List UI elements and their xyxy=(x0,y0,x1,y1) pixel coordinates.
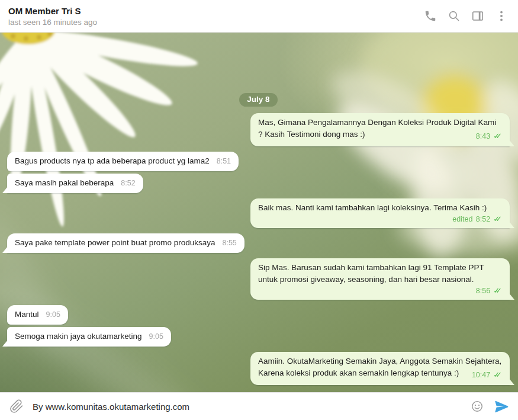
message-meta: 9:05 xyxy=(149,332,163,341)
message-meta: 8:55 xyxy=(222,239,236,247)
toggle-columns-button[interactable] xyxy=(471,9,485,23)
message-text: Saya masih pakai beberapa xyxy=(15,178,114,187)
search-button[interactable] xyxy=(447,9,461,23)
message-text: Baik mas. Nanti kami tambahkan lagi kole… xyxy=(258,203,487,212)
message-meta: 8:52 xyxy=(121,179,135,187)
incoming-message[interactable]: Semoga makin jaya okutamarketing9:05 xyxy=(7,327,171,347)
send-icon xyxy=(494,399,510,415)
message-meta: 8:51 xyxy=(217,157,231,165)
phone-call-button[interactable] xyxy=(423,9,437,23)
message-row: Saya pake template power point buat prom… xyxy=(7,233,510,253)
date-row: July 8 xyxy=(7,93,510,107)
message-row: Aamiin. OkutaMarketing Semakin Jaya, Ang… xyxy=(7,352,510,385)
outgoing-message[interactable]: Sip Mas. Barusan sudah kami tambahkan la… xyxy=(250,258,510,300)
phone-icon xyxy=(424,9,437,23)
paperclip-icon xyxy=(9,399,24,413)
message-text: Semoga makin jaya okutamarketing xyxy=(15,332,142,341)
message-text: Aamiin. OkutaMarketing Semakin Jaya, Ang… xyxy=(258,357,501,377)
message-row: Saya masih pakai beberapa8:52 xyxy=(7,174,510,193)
message-composer xyxy=(0,392,518,420)
message-meta: 10:47✓✓ xyxy=(472,369,502,381)
read-checkmarks-icon: ✓✓ xyxy=(493,286,502,295)
search-icon xyxy=(448,9,461,23)
emoji-icon xyxy=(471,400,484,413)
message-time: 8:43 xyxy=(476,132,490,140)
message-text: Mas, Gimana Pengalamannya Dengan Koleksi… xyxy=(258,118,496,139)
incoming-message[interactable]: Saya pake template power point buat prom… xyxy=(7,233,244,253)
message-meta: 8:43✓✓ xyxy=(476,130,502,142)
message-text: Mantul xyxy=(15,310,39,319)
incoming-message[interactable]: Mantul9:05 xyxy=(7,305,68,325)
message-time: 9:05 xyxy=(46,310,60,319)
read-checkmarks-icon: ✓✓ xyxy=(493,214,502,223)
message-row: Baik mas. Nanti kami tambahkan lagi kole… xyxy=(7,198,510,228)
message-time: 8:55 xyxy=(222,239,236,247)
read-checkmarks-icon: ✓✓ xyxy=(493,132,502,140)
message-text: Sip Mas. Barusan sudah kami tambahkan la… xyxy=(258,263,484,284)
emoji-button[interactable] xyxy=(470,399,484,413)
message-time: 10:47 xyxy=(472,371,490,379)
outgoing-message[interactable]: Aamiin. OkutaMarketing Semakin Jaya, Ang… xyxy=(250,352,510,385)
message-input[interactable] xyxy=(33,402,461,412)
edited-label: edited xyxy=(452,215,472,223)
peer-last-seen: last seen 16 minutes ago xyxy=(8,17,423,27)
message-time: 9:05 xyxy=(149,332,163,341)
message-time: 8:51 xyxy=(217,157,231,165)
peer-title: OM Member Tri S xyxy=(8,5,423,17)
message-time: 8:52 xyxy=(476,215,490,223)
incoming-message[interactable]: Saya masih pakai beberapa8:52 xyxy=(7,174,143,193)
message-list: July 8 Mas, Gimana Pengalamannya Dengan … xyxy=(0,33,518,392)
message-row: Semoga makin jaya okutamarketing9:05 xyxy=(7,327,510,347)
more-options-button[interactable] xyxy=(494,9,509,23)
message-row: Sip Mas. Barusan sudah kami tambahkan la… xyxy=(7,258,510,300)
outgoing-message[interactable]: Mas, Gimana Pengalamannya Dengan Koleksi… xyxy=(250,113,510,146)
peer-info[interactable]: OM Member Tri S last seen 16 minutes ago xyxy=(8,5,423,27)
message-row: Bagus products nya tp ada beberapa produ… xyxy=(7,152,510,171)
message-meta: 9:05 xyxy=(46,310,60,319)
attach-file-button[interactable] xyxy=(9,399,24,413)
read-checkmarks-icon: ✓✓ xyxy=(493,370,502,379)
header-actions xyxy=(423,9,509,23)
chat-area: July 8 Mas, Gimana Pengalamannya Dengan … xyxy=(0,33,518,392)
message-time: 8:56 xyxy=(476,287,490,295)
date-badge: July 8 xyxy=(239,93,277,107)
more-options-icon xyxy=(495,9,508,23)
message-row: Mantul9:05 xyxy=(7,305,510,325)
message-meta: 8:56✓✓ xyxy=(258,286,502,296)
toggle-columns-icon xyxy=(471,9,484,23)
telegram-window: OM Member Tri S last seen 16 minutes ago xyxy=(0,0,518,420)
outgoing-message[interactable]: Baik mas. Nanti kami tambahkan lagi kole… xyxy=(250,198,510,228)
message-time: 8:52 xyxy=(121,179,135,187)
message-meta: edited 8:52✓✓ xyxy=(258,214,502,224)
message-text: Saya pake template power point buat prom… xyxy=(15,238,215,247)
send-button[interactable] xyxy=(493,398,510,415)
chat-header: OM Member Tri S last seen 16 minutes ago xyxy=(0,0,518,33)
message-text: Bagus products nya tp ada beberapa produ… xyxy=(15,156,210,165)
incoming-message[interactable]: Bagus products nya tp ada beberapa produ… xyxy=(7,152,239,171)
message-row: Mas, Gimana Pengalamannya Dengan Koleksi… xyxy=(7,113,510,146)
